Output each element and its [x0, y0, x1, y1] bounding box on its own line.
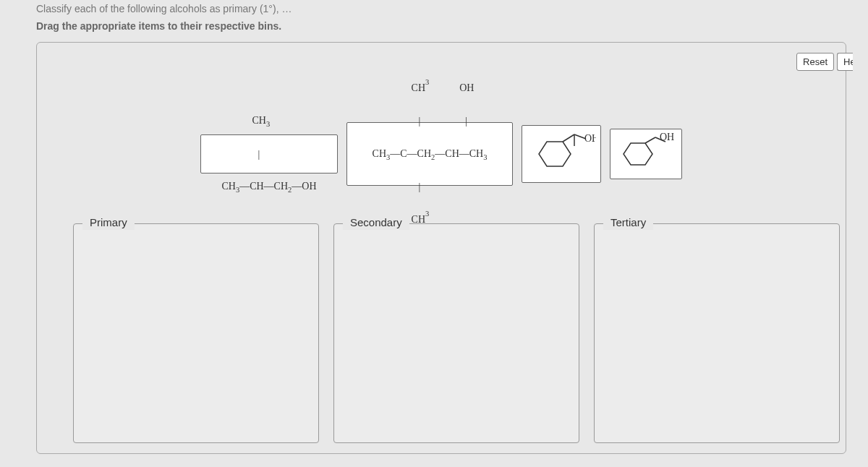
draggable-item-3[interactable]: OH: [522, 125, 601, 183]
svg-line-6: [645, 137, 655, 143]
drag-instruction: Drag the appropriate items to their resp…: [0, 14, 868, 42]
truncated-question-text: Classify each of the following alcohols …: [0, 0, 868, 14]
svg-text:OH: OH: [660, 133, 674, 142]
draggable-items-row: CH3 | CH3—CH—CH2—OH CH3OH || CH3—C—CH2—C…: [37, 122, 846, 186]
svg-line-1: [563, 134, 574, 142]
bin-label-secondary: Secondary: [343, 215, 409, 230]
bin-label-primary: Primary: [82, 215, 135, 230]
svg-marker-5: [624, 143, 652, 165]
bin-secondary[interactable]: Secondary: [333, 223, 579, 443]
phenol-ch2oh-icon: OH: [615, 133, 677, 175]
bin-label-tertiary: Tertiary: [603, 215, 653, 230]
cyclohexane-branched-oh-icon: OH: [527, 130, 596, 178]
bin-tertiary[interactable]: Tertiary: [594, 223, 840, 443]
svg-marker-0: [539, 142, 571, 166]
draggable-item-1[interactable]: CH3 | CH3—CH—CH2—OH: [200, 134, 338, 173]
sorting-activity-frame: Reset Help CH3 | CH3—CH—CH2—OH CH3OH || …: [36, 42, 846, 454]
top-button-group: Reset Help: [796, 53, 853, 71]
draggable-item-4[interactable]: OH: [610, 129, 682, 179]
draggable-item-2[interactable]: CH3OH || CH3—C—CH2—CH—CH3 | CH3: [346, 122, 513, 186]
svg-text:OH: OH: [584, 133, 596, 144]
help-button[interactable]: Help: [837, 53, 853, 71]
bins-row: Primary Secondary Tertiary: [73, 223, 840, 443]
bin-primary[interactable]: Primary: [73, 223, 319, 443]
chem-structure-1: CH3 | CH3—CH—CH2—OH: [221, 91, 316, 218]
reset-button[interactable]: Reset: [796, 53, 834, 71]
